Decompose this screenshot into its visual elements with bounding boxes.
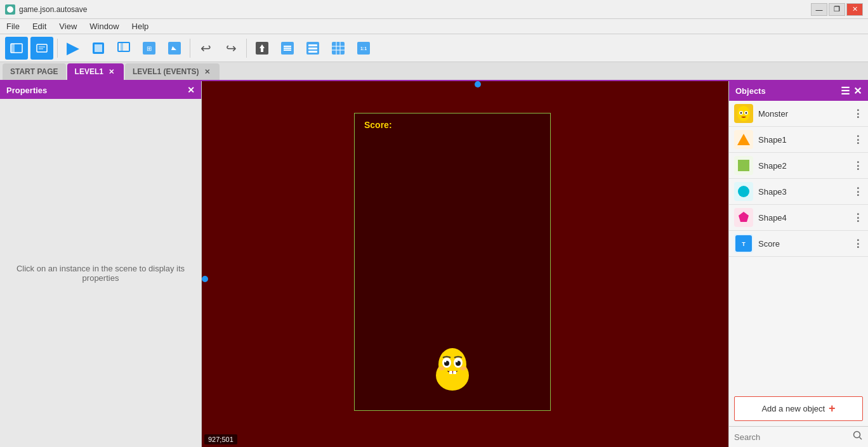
game-viewport: Score: — [354, 113, 551, 411]
search-input[interactable] — [734, 432, 849, 442]
toolbar-aspect-btn[interactable]: 1:1 — [352, 37, 375, 60]
svg-text:1:1: 1:1 — [360, 46, 367, 51]
menu-window[interactable]: Window — [87, 20, 121, 32]
svg-line-53 — [860, 437, 862, 440]
svg-rect-20 — [308, 48, 317, 49]
properties-panel-close[interactable]: ✕ — [187, 85, 195, 95]
monster-character — [430, 340, 475, 391]
object-icon-score: T — [734, 234, 753, 253]
svg-text:⊞: ⊞ — [147, 45, 152, 52]
object-icon-shape1 — [734, 130, 753, 149]
properties-empty-message: Click on an instance in the scene to dis… — [0, 99, 201, 447]
toolbar-list-btn[interactable] — [276, 37, 299, 60]
restore-button[interactable]: ❐ — [829, 3, 845, 16]
svg-point-45 — [746, 112, 747, 114]
object-menu-shape1[interactable]: ⋮ — [853, 134, 863, 146]
tab-level1[interactable]: LEVEL1 ✕ — [67, 63, 124, 80]
svg-point-36 — [456, 361, 458, 363]
toolbar-zoom-btn[interactable]: ⊞ — [138, 37, 161, 60]
toolbar-undo-btn[interactable]: ↩ — [194, 37, 217, 60]
toolbar-play-btn[interactable]: ▶ — [62, 37, 84, 60]
object-menu-monster[interactable]: ⋮ — [853, 108, 863, 120]
object-menu-shape2[interactable]: ⋮ — [853, 160, 863, 172]
toolbar-record-btn[interactable] — [87, 37, 110, 60]
object-menu-shape3[interactable]: ⋮ — [853, 186, 863, 198]
menu-view[interactable]: View — [56, 20, 79, 32]
objects-panel: Objects ☰ ✕ Monster — [728, 81, 868, 447]
add-object-button[interactable]: Add a new object + — [734, 396, 863, 421]
tab-level1-events-close[interactable]: ✕ — [203, 67, 212, 76]
svg-point-48 — [738, 186, 749, 197]
toolbar-sep-3 — [246, 39, 247, 58]
object-name-shape3: Shape3 — [758, 187, 848, 197]
resize-handle-top[interactable] — [475, 81, 481, 87]
svg-rect-47 — [738, 160, 749, 171]
svg-rect-19 — [308, 44, 317, 46]
menu-help[interactable]: Help — [129, 20, 152, 32]
object-item-score[interactable]: T Score ⋮ — [729, 231, 868, 257]
object-item-shape1[interactable]: Shape1 ⋮ — [729, 127, 868, 153]
close-button[interactable]: ✕ — [846, 3, 863, 16]
svg-text:T: T — [742, 241, 746, 247]
object-item-shape4[interactable]: Shape4 ⋮ — [729, 205, 868, 231]
objects-close-btn[interactable]: ✕ — [853, 85, 862, 97]
toolbar-grid-btn[interactable] — [327, 37, 350, 60]
object-name-monster: Monster — [758, 109, 848, 119]
svg-marker-49 — [739, 212, 749, 222]
svg-rect-38 — [453, 371, 456, 374]
object-item-shape2[interactable]: Shape2 ⋮ — [729, 153, 868, 179]
tab-level1-events[interactable]: LEVEL1 (EVENTS) ✕ — [125, 63, 220, 80]
svg-point-39 — [438, 366, 445, 370]
svg-rect-7 — [95, 44, 102, 52]
properties-panel-header: Properties ✕ — [0, 81, 201, 99]
svg-rect-2 — [11, 44, 15, 53]
app-icon — [5, 4, 15, 15]
toolbar-redo-btn[interactable]: ↪ — [220, 37, 242, 60]
objects-filter-btn[interactable]: ☰ — [841, 85, 850, 97]
menu-edit[interactable]: Edit — [30, 20, 49, 32]
svg-point-35 — [445, 361, 447, 363]
toolbar-publish-btn[interactable] — [251, 37, 273, 60]
tab-level1-close[interactable]: ✕ — [107, 67, 116, 76]
score-label: Score: — [364, 120, 392, 130]
window-title: game.json.autosave — [19, 5, 87, 14]
toolbar-scene-btn[interactable] — [112, 37, 135, 60]
object-list: Monster ⋮ Shape1 ⋮ Shape2 ⋮ — [729, 101, 868, 391]
resize-handle-left[interactable] — [202, 276, 208, 282]
object-item-monster[interactable]: Monster ⋮ — [729, 101, 868, 127]
svg-point-52 — [854, 432, 860, 438]
object-menu-score[interactable]: ⋮ — [853, 238, 863, 250]
toolbar: ▶ ⊞ ↩ ↪ 1:1 — [0, 34, 868, 62]
toolbar-scene-view-btn[interactable] — [5, 37, 28, 60]
object-item-shape3[interactable]: Shape3 ⋮ — [729, 179, 868, 205]
svg-rect-22 — [332, 42, 345, 55]
title-bar-left: game.json.autosave — [5, 4, 87, 15]
scene-canvas[interactable]: Score: — [202, 81, 728, 447]
menu-file[interactable]: File — [4, 20, 22, 32]
svg-point-44 — [740, 112, 742, 114]
object-icon-shape3 — [734, 182, 753, 201]
object-icon-shape4 — [734, 208, 753, 227]
toolbar-layers-btn[interactable] — [301, 37, 324, 60]
tab-level1-events-label: LEVEL1 (EVENTS) — [133, 67, 199, 76]
coordinates-display: 927;501 — [204, 434, 237, 444]
minimize-button[interactable]: — — [811, 3, 827, 16]
toolbar-sep-1 — [57, 39, 58, 58]
menu-bar: File Edit View Window Help — [0, 19, 868, 34]
objects-header-controls: ☰ ✕ — [841, 85, 862, 97]
toolbar-event-sheet-btn[interactable] — [30, 37, 53, 60]
object-menu-shape4[interactable]: ⋮ — [853, 212, 863, 224]
objects-panel-title: Objects — [735, 86, 766, 96]
title-bar: game.json.autosave — ❐ ✕ — [0, 0, 868, 19]
tab-start-page[interactable]: START PAGE — [3, 63, 66, 80]
add-object-plus-icon: + — [829, 402, 836, 415]
svg-point-40 — [460, 366, 466, 370]
tab-level1-label: LEVEL1 — [75, 67, 103, 76]
object-name-shape4: Shape4 — [758, 213, 848, 223]
object-icon-monster — [734, 104, 753, 123]
toolbar-edit-btn[interactable] — [163, 37, 186, 60]
toolbar-sep-2 — [190, 39, 190, 58]
svg-marker-46 — [737, 134, 750, 145]
window-controls: — ❐ ✕ — [811, 3, 863, 16]
objects-panel-header: Objects ☰ ✕ — [729, 81, 868, 101]
